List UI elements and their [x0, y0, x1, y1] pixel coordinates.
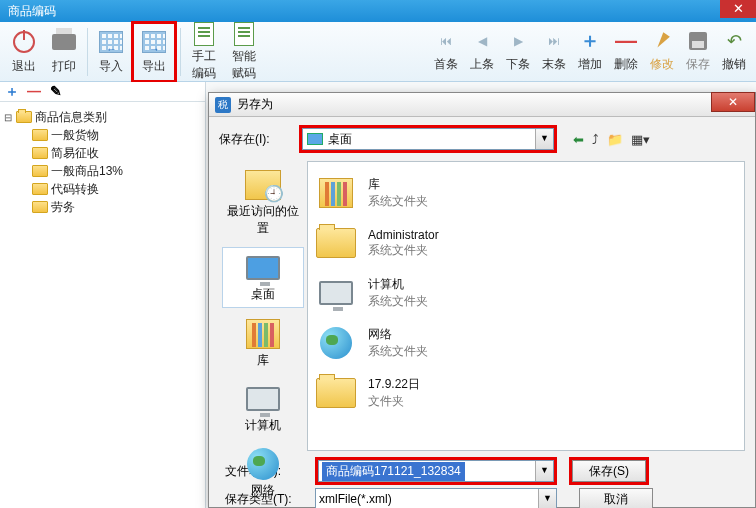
delete-button[interactable]: —删除 [608, 24, 644, 80]
list-item[interactable]: 17.9.22日文件夹 [314, 368, 738, 418]
save-button-highlight: 保存(S) [569, 457, 649, 485]
next-record-button[interactable]: ▶下条 [500, 24, 536, 80]
window-close-button[interactable]: ✕ [720, 0, 756, 18]
file-name: 库 [368, 176, 428, 193]
back-icon[interactable]: ⬅ [573, 132, 584, 147]
doc-icon [194, 22, 214, 46]
undo-icon: ↶ [723, 30, 745, 52]
edit-label: 修改 [650, 56, 674, 73]
new-folder-icon[interactable]: 📁 [607, 132, 623, 147]
tree-item[interactable]: 代码转换 [4, 180, 201, 198]
place-recent[interactable]: 最近访问的位 置 [222, 165, 304, 241]
tree-item[interactable]: 劳务 [4, 198, 201, 216]
last-icon: ⏭ [543, 30, 565, 52]
exit-button[interactable]: 退出 [4, 24, 44, 80]
undo-button[interactable]: ↶撤销 [716, 24, 752, 80]
dialog-cancel-button[interactable]: 取消 [579, 488, 653, 508]
minus-icon: — [615, 30, 637, 52]
save-in-value: 桌面 [328, 131, 352, 148]
dialog-close-button[interactable]: ✕ [711, 92, 755, 112]
filetype-label: 保存类型(T): [219, 491, 307, 508]
tree-item-label: 简易征收 [51, 145, 99, 162]
edit-button[interactable]: 修改 [644, 24, 680, 80]
library-icon [319, 178, 353, 208]
place-library[interactable]: 库 [222, 314, 304, 373]
grid-export-icon [142, 31, 166, 53]
power-icon [13, 31, 35, 53]
globe-icon [320, 327, 352, 359]
pencil-icon [651, 30, 673, 52]
up-icon[interactable]: ⤴ [592, 132, 599, 147]
tree-toolbar: ＋ — ✎ [0, 82, 205, 102]
category-tree: ⊟ 商品信息类别 一般货物 简易征收 一般商品13% 代码转换 劳务 [0, 102, 205, 222]
first-label: 首条 [434, 56, 458, 73]
first-record-button[interactable]: ⏮首条 [428, 24, 464, 80]
export-button[interactable]: 导出 [134, 24, 174, 80]
list-item[interactable]: 库系统文件夹 [314, 168, 738, 218]
folder-icon [32, 183, 48, 195]
import-label: 导入 [99, 58, 123, 75]
dialog-app-icon: 税 [215, 97, 231, 113]
folder-icon [316, 378, 356, 408]
place-computer[interactable]: 计算机 [222, 379, 304, 438]
chevron-down-icon[interactable]: ▼ [535, 129, 553, 149]
save-in-dropdown[interactable]: 桌面 ▼ [302, 128, 554, 150]
next-icon: ▶ [507, 30, 529, 52]
print-label: 打印 [52, 58, 76, 75]
save-as-dialog: 税 另存为 ✕ 保存在(I): 桌面 ▼ ⬅ ⤴ 📁 ▦▾ 最近访问的位 置 [208, 92, 756, 508]
filetype-dropdown[interactable]: xmlFile(*.xml) ▼ [315, 488, 557, 508]
tree-item-label: 代码转换 [51, 181, 99, 198]
list-item[interactable]: 网络系统文件夹 [314, 318, 738, 368]
filename-input[interactable]: 商品编码171121_132834 ▼ [318, 460, 554, 482]
save-button[interactable]: 保存 [680, 24, 716, 80]
tree-item[interactable]: 一般货物 [4, 126, 201, 144]
print-button[interactable]: 打印 [44, 24, 84, 80]
tree-item[interactable]: 一般商品13% [4, 162, 201, 180]
smart-label: 智能 赋码 [232, 48, 256, 82]
manual-label: 手工 编码 [192, 48, 216, 82]
computer-icon [246, 387, 280, 411]
prev-label: 上条 [470, 56, 494, 73]
globe-icon [247, 448, 279, 480]
manual-code-button[interactable]: 手工 编码 [184, 24, 224, 80]
import-button[interactable]: 导入 [91, 24, 131, 80]
view-menu-icon[interactable]: ▦▾ [631, 132, 650, 147]
dialog-save-button[interactable]: 保存(S) [572, 460, 646, 482]
first-icon: ⏮ [435, 30, 457, 52]
disk-icon [687, 30, 709, 52]
tree-add-icon[interactable]: ＋ [4, 84, 20, 100]
filename-highlight: 商品编码171121_132834 ▼ [315, 457, 557, 485]
chevron-down-icon[interactable]: ▼ [538, 489, 556, 508]
file-sub: 系统文件夹 [368, 343, 428, 360]
export-label: 导出 [142, 58, 166, 75]
folder-icon [32, 147, 48, 159]
window-title: 商品编码 [8, 3, 56, 20]
save-in-highlight: 桌面 ▼ [299, 125, 557, 153]
prev-icon: ◀ [471, 30, 493, 52]
tree-pane: ＋ — ✎ ⊟ 商品信息类别 一般货物 简易征收 一般商品13% 代码转换 劳务 [0, 82, 206, 508]
folder-icon [32, 201, 48, 213]
folder-icon [316, 228, 356, 258]
add-button[interactable]: ＋增加 [572, 24, 608, 80]
tree-edit-icon[interactable]: ✎ [48, 84, 64, 100]
file-name: 网络 [368, 326, 428, 343]
file-name: 计算机 [368, 276, 428, 293]
plus-icon: ＋ [579, 30, 601, 52]
tree-root[interactable]: ⊟ 商品信息类别 [4, 108, 201, 126]
collapse-icon[interactable]: ⊟ [4, 112, 16, 123]
place-desktop[interactable]: 桌面 [222, 247, 304, 308]
next-label: 下条 [506, 56, 530, 73]
exit-label: 退出 [12, 58, 36, 75]
tree-del-icon[interactable]: — [26, 84, 42, 100]
tree-item[interactable]: 简易征收 [4, 144, 201, 162]
last-record-button[interactable]: ⏭末条 [536, 24, 572, 80]
prev-record-button[interactable]: ◀上条 [464, 24, 500, 80]
smart-code-button[interactable]: 智能 赋码 [224, 24, 264, 80]
file-name: 17.9.22日 [368, 376, 420, 393]
place-label: 库 [257, 352, 269, 369]
separator [180, 28, 181, 76]
list-item[interactable]: Administrator系统文件夹 [314, 218, 738, 268]
chevron-down-icon[interactable]: ▼ [535, 461, 553, 481]
file-list[interactable]: 库系统文件夹 Administrator系统文件夹 计算机系统文件夹 网络系统文… [307, 161, 745, 451]
list-item[interactable]: 计算机系统文件夹 [314, 268, 738, 318]
